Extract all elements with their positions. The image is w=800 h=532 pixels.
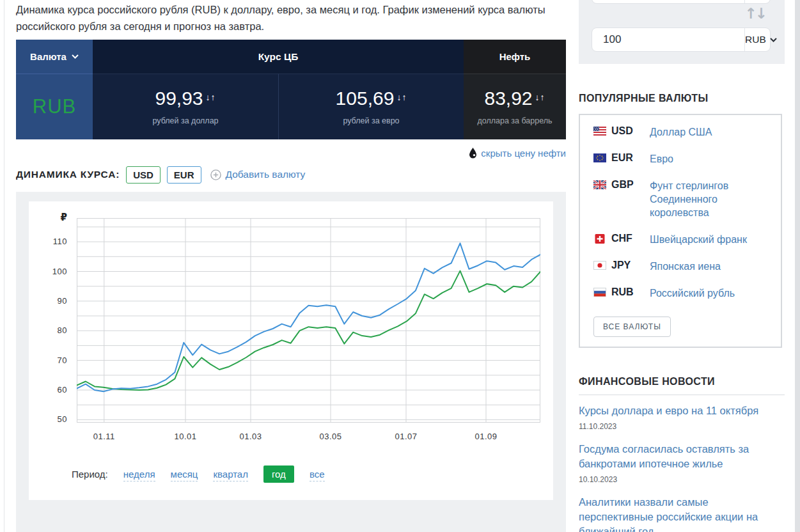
x-tick-label: 03.05 (310, 432, 351, 441)
currency-header-label: Валюта (30, 51, 67, 62)
main-column: Динамика курса российского рубля (RUB) к… (16, 0, 566, 532)
y-axis-unit-label: ₽ (38, 212, 67, 223)
hide-oil-link[interactable]: скрыть цену нефти (481, 148, 566, 159)
usd-rate-cell[interactable]: 99,93↓↑ рублей за доллар (93, 74, 278, 139)
period-option-квартал[interactable]: квартал (213, 469, 248, 481)
period-option-неделя[interactable]: неделя (123, 469, 155, 481)
currency-name-link[interactable]: Фунт стерлингов Соединенного королевства (650, 179, 760, 219)
currency-converter: ↑↓ RUB (579, 0, 785, 64)
converter-from-input[interactable] (592, 0, 744, 3)
currency-code: JPY (611, 260, 650, 273)
news-title-link[interactable]: Аналитики назвали самые перспективные ро… (579, 495, 774, 532)
oil-price-cell[interactable]: 83,92↓↑ доллара за баррель (464, 74, 566, 139)
news-list: Курсы доллара и евро на 11 октября11.10.… (579, 403, 774, 532)
oil-droplet-icon (469, 148, 477, 159)
news-item: Аналитики назвали самые перспективные ро… (579, 495, 774, 532)
intro-text: Динамика курса российского рубля (RUB) к… (16, 1, 561, 35)
currency-chip-usd[interactable]: USD (126, 166, 161, 184)
dynamics-title: ДИНАМИКА КУРСА: (16, 169, 120, 180)
news-divider (579, 395, 785, 395)
y-tick-label: 100 (29, 267, 67, 276)
currency-name-link[interactable]: Швейцарский франк (650, 233, 760, 246)
x-tick-label: 10.01 (165, 432, 206, 441)
news-title-link[interactable]: Курсы доллара и евро на 11 октября (579, 403, 774, 418)
currency-name-link[interactable]: Российский рубль (650, 286, 760, 300)
add-currency-label: Добавить валюту (226, 169, 306, 180)
eu-flag-icon (593, 152, 611, 166)
oil-price-value: 83,92↓↑ (484, 88, 545, 112)
chevron-down-icon (770, 38, 777, 42)
hide-oil-row: скрыть цену нефти (16, 148, 566, 159)
y-tick-label: 90 (29, 296, 67, 306)
eur-rate-cell[interactable]: 105,69↓↑ рублей за евро (278, 74, 464, 139)
currency-name-link[interactable]: Евро (650, 152, 760, 166)
popular-currencies-title: ПОПУЛЯРНЫЕ ВАЛЮТЫ (579, 93, 709, 104)
all-currencies-button[interactable]: ВСЕ ВАЛЮТЫ (593, 317, 671, 337)
currency-chip-eur[interactable]: EUR (167, 166, 201, 184)
news-date: 11.10.2023 (579, 422, 774, 431)
converter-from-field[interactable] (592, 0, 771, 4)
currency-code: RUB (611, 286, 650, 300)
currency-code: CHF (611, 233, 650, 246)
rates-table-row: RUB 99,93↓↑ рублей за доллар 105,69↓↑ ру… (16, 74, 566, 139)
y-tick-label: 110 (29, 237, 67, 246)
y-tick-label: 50 (29, 414, 67, 424)
oil-header: Нефть (464, 40, 566, 74)
news-item: Госдума согласилась оставлять за банкрот… (579, 442, 774, 484)
popular-currency-row-eur: EURЕвро (593, 152, 781, 166)
rate-arrows-icon: ↓↑ (396, 92, 407, 102)
rates-table: Валюта Курс ЦБ Нефть RUB 99,93↓↑ рублей … (16, 40, 566, 139)
popular-currency-row-usd: USDДоллар США (593, 125, 781, 139)
chevron-down-icon (72, 54, 79, 59)
financial-news-title: ФИНАНСОВЫЕ НОВОСТИ (579, 376, 715, 387)
usd-rate-label: рублей за доллар (152, 116, 218, 125)
y-tick-label: 60 (29, 385, 67, 395)
currency-code-cell[interactable]: RUB (16, 74, 93, 139)
rate-arrows-icon: ↓↑ (206, 92, 216, 102)
popular-currency-row-gbp: GBPФунт стерлингов Соединенного королевс… (593, 179, 781, 219)
scrollbar[interactable] (795, 0, 800, 532)
x-tick-label: 01.03 (230, 432, 271, 441)
ru-flag-icon (593, 286, 611, 300)
period-label: Период: (72, 469, 108, 480)
popular-currency-row-chf: CHFШвейцарский франк (593, 233, 781, 246)
add-currency-button[interactable]: Добавить валюту (210, 169, 306, 180)
swap-currencies-icon[interactable]: ↑↓ (744, 5, 765, 22)
news-title-link[interactable]: Госдума согласилась оставлять за банкрот… (579, 442, 774, 471)
oil-price-label: доллара за баррель (477, 116, 552, 125)
usd-rate-value: 99,93↓↑ (155, 88, 216, 112)
sidebar: ↑↓ RUB ПОПУЛЯРНЫЕ ВАЛЮТЫ USDДоллар СШАEU… (579, 0, 785, 532)
converter-currency-value: RUB (745, 34, 766, 45)
x-tick-label: 01.11 (84, 432, 125, 441)
currency-header-dropdown[interactable]: Валюта (16, 40, 93, 74)
rate-arrows-icon: ↓↑ (535, 92, 545, 102)
currency-name-link[interactable]: Японская иена (650, 260, 760, 273)
ch-flag-icon (593, 233, 611, 246)
converter-from-currency-select[interactable] (744, 0, 770, 3)
y-tick-label: 70 (29, 356, 67, 365)
page-left-border (4, 0, 4, 532)
x-tick-label: 01.09 (466, 432, 506, 441)
plus-circle-icon (210, 169, 221, 180)
converter-currency-select[interactable]: RUB (744, 28, 777, 51)
us-flag-icon (593, 125, 611, 139)
converter-to-field: RUB (592, 27, 771, 52)
currency-code: GBP (611, 179, 650, 219)
series-eur-line (77, 243, 540, 391)
popular-currency-row-rub: RUBРоссийский рубль (593, 286, 781, 300)
converter-amount-input[interactable] (592, 28, 744, 51)
currency-code: USD (611, 125, 650, 139)
period-options: неделямесяцкварталгодвсе (108, 469, 325, 480)
chart-section: ₽ 5060708090100110 01.1110.0101.0303.050… (16, 192, 566, 532)
currency-name-link[interactable]: Доллар США (650, 125, 760, 139)
rates-line-chart (77, 218, 540, 423)
popular-currency-row-jpy: JPYЯпонская иена (593, 260, 781, 273)
period-option-месяц[interactable]: месяц (171, 469, 198, 481)
currency-code: EUR (611, 152, 650, 166)
period-option-все[interactable]: все (310, 469, 325, 481)
jp-flag-icon (593, 260, 611, 273)
period-option-год[interactable]: год (263, 465, 294, 483)
eur-rate-label: рублей за евро (343, 116, 399, 125)
x-tick-label: 01.07 (386, 432, 427, 441)
rates-table-header: Валюта Курс ЦБ Нефть (16, 40, 566, 74)
